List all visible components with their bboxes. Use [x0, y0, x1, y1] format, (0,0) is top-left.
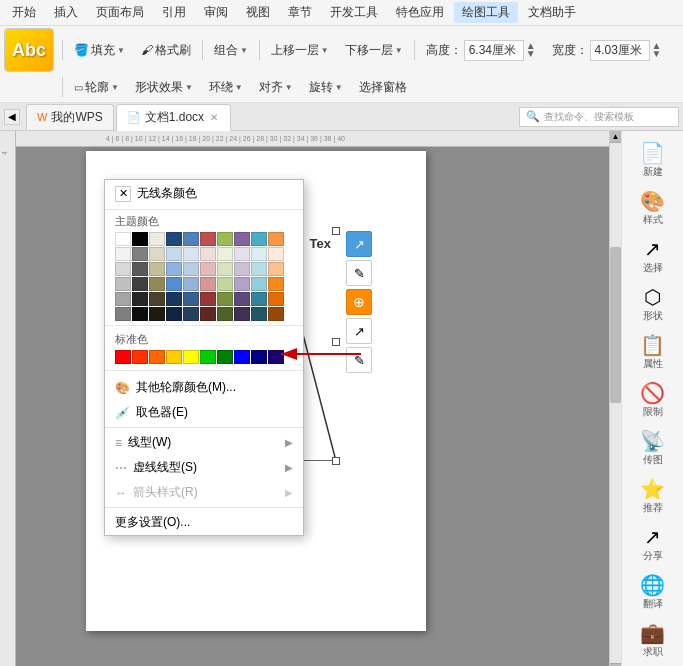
sidebar-restrict[interactable]: 🚫 限制 [626, 377, 680, 423]
theme-color-cell-2[interactable] [149, 232, 165, 246]
standard-color-cell-8[interactable] [251, 350, 267, 364]
standard-color-cell-5[interactable] [200, 350, 216, 364]
menu-item-7[interactable]: 开发工具 [322, 2, 386, 23]
theme-color-cell-20[interactable] [115, 262, 131, 276]
theme-color-cell-17[interactable] [234, 247, 250, 261]
align-button[interactable]: 对齐 ▼ [252, 76, 300, 99]
theme-color-cell-33[interactable] [166, 277, 182, 291]
theme-color-cell-36[interactable] [217, 277, 233, 291]
theme-color-cell-57[interactable] [234, 307, 250, 321]
theme-color-cell-16[interactable] [217, 247, 233, 261]
search-bar[interactable]: 🔍 查找命令、搜索模板 [519, 107, 679, 127]
theme-color-cell-13[interactable] [166, 247, 182, 261]
theme-color-cell-29[interactable] [268, 262, 284, 276]
theme-color-cell-28[interactable] [251, 262, 267, 276]
theme-color-cell-35[interactable] [200, 277, 216, 291]
width-field[interactable]: 宽度： 4.03厘米 ▲▼ [545, 37, 669, 64]
sidebar-new[interactable]: 📄 新建 [626, 137, 680, 183]
shape-effect-button[interactable]: 形状效果 ▼ [128, 76, 200, 99]
fill-button[interactable]: 🪣 填充 ▼ [67, 39, 132, 62]
sidebar-props[interactable]: 📋 属性 [626, 329, 680, 375]
theme-color-cell-5[interactable] [200, 232, 216, 246]
menu-item-9[interactable]: 绘图工具 [454, 2, 518, 23]
handle-mr[interactable] [332, 338, 340, 346]
standard-color-cell-4[interactable] [183, 350, 199, 364]
theme-color-cell-49[interactable] [268, 292, 284, 306]
theme-color-cell-44[interactable] [183, 292, 199, 306]
theme-color-cell-10[interactable] [115, 247, 131, 261]
standard-color-cell-6[interactable] [217, 350, 233, 364]
theme-color-cell-21[interactable] [132, 262, 148, 276]
menu-item-5[interactable]: 视图 [238, 2, 278, 23]
handle-br[interactable] [332, 457, 340, 465]
sidebar-select[interactable]: ↗ 选择 [626, 233, 680, 279]
theme-color-cell-23[interactable] [166, 262, 182, 276]
menu-item-8[interactable]: 特色应用 [388, 2, 452, 23]
wrap-button[interactable]: 环绕 ▼ [202, 76, 250, 99]
menu-item-3[interactable]: 引用 [154, 2, 194, 23]
cm-more-colors[interactable]: 🎨 其他轮廓颜色(M)... [105, 375, 303, 400]
float-btn-1[interactable]: ↗ [346, 231, 372, 257]
theme-color-cell-42[interactable] [149, 292, 165, 306]
theme-color-cell-4[interactable] [183, 232, 199, 246]
theme-color-cell-26[interactable] [217, 262, 233, 276]
tab-doc1-close[interactable]: ✕ [208, 112, 220, 123]
theme-color-cell-37[interactable] [234, 277, 250, 291]
theme-color-cell-9[interactable] [268, 232, 284, 246]
theme-color-cell-56[interactable] [217, 307, 233, 321]
tab-doc1[interactable]: 📄 文档1.docx ✕ [116, 104, 231, 131]
move-up-button[interactable]: 上移一层 ▼ [264, 39, 336, 62]
theme-color-cell-46[interactable] [217, 292, 233, 306]
scroll-up[interactable]: ▲ [610, 131, 621, 143]
abc-button[interactable]: Abc [4, 28, 54, 72]
tab-mywps[interactable]: W 我的WPS [26, 104, 114, 130]
theme-color-cell-11[interactable] [132, 247, 148, 261]
standard-color-cell-0[interactable] [115, 350, 131, 364]
scrollbar-vertical[interactable]: ▲ ▼ [609, 131, 621, 666]
theme-color-cell-59[interactable] [268, 307, 284, 321]
menu-item-4[interactable]: 审阅 [196, 2, 236, 23]
theme-color-cell-24[interactable] [183, 262, 199, 276]
theme-color-cell-53[interactable] [166, 307, 182, 321]
theme-color-cell-15[interactable] [200, 247, 216, 261]
float-btn-3[interactable]: ⊕ [346, 289, 372, 315]
theme-color-cell-39[interactable] [268, 277, 284, 291]
sidebar-style[interactable]: 🎨 样式 [626, 185, 680, 231]
sidebar-upload[interactable]: 📡 传图 [626, 425, 680, 471]
cm-eyedropper[interactable]: 💉 取色器(E) [105, 400, 303, 425]
float-btn-2[interactable]: ✎ [346, 260, 372, 286]
sidebar-career[interactable]: 💼 求职 [626, 617, 680, 663]
theme-color-cell-7[interactable] [234, 232, 250, 246]
theme-color-cell-50[interactable] [115, 307, 131, 321]
cm-arrow[interactable]: ↔ 箭头样式(R) ▶ [105, 480, 303, 505]
theme-color-cell-48[interactable] [251, 292, 267, 306]
sidebar-share[interactable]: ↗ 分享 [626, 521, 680, 567]
standard-color-cell-7[interactable] [234, 350, 250, 364]
format-brush-button[interactable]: 🖌 格式刷 [134, 39, 198, 62]
theme-color-cell-43[interactable] [166, 292, 182, 306]
theme-color-cell-12[interactable] [149, 247, 165, 261]
theme-color-cell-25[interactable] [200, 262, 216, 276]
tab-scroll-left[interactable]: ◀ [4, 109, 20, 125]
cm-more-settings[interactable]: 更多设置(O)... [105, 510, 303, 535]
menu-item-6[interactable]: 章节 [280, 2, 320, 23]
sidebar-recommend[interactable]: ⭐ 推荐 [626, 473, 680, 519]
theme-color-cell-47[interactable] [234, 292, 250, 306]
theme-color-cell-18[interactable] [251, 247, 267, 261]
theme-color-cell-45[interactable] [200, 292, 216, 306]
menu-item-1[interactable]: 插入 [46, 2, 86, 23]
rotate-button[interactable]: 旋转 ▼ [302, 76, 350, 99]
menu-item-10[interactable]: 文档助手 [520, 2, 584, 23]
theme-color-cell-52[interactable] [149, 307, 165, 321]
theme-color-cell-31[interactable] [132, 277, 148, 291]
cm-no-outline[interactable]: ✕ 无线条颜色 [105, 180, 303, 207]
theme-color-cell-58[interactable] [251, 307, 267, 321]
standard-color-cell-1[interactable] [132, 350, 148, 364]
standard-color-cell-3[interactable] [166, 350, 182, 364]
group-button[interactable]: 组合 ▼ [207, 39, 255, 62]
theme-color-cell-51[interactable] [132, 307, 148, 321]
theme-color-cell-0[interactable] [115, 232, 131, 246]
theme-color-cell-30[interactable] [115, 277, 131, 291]
theme-color-cell-1[interactable] [132, 232, 148, 246]
menu-item-0[interactable]: 开始 [4, 2, 44, 23]
